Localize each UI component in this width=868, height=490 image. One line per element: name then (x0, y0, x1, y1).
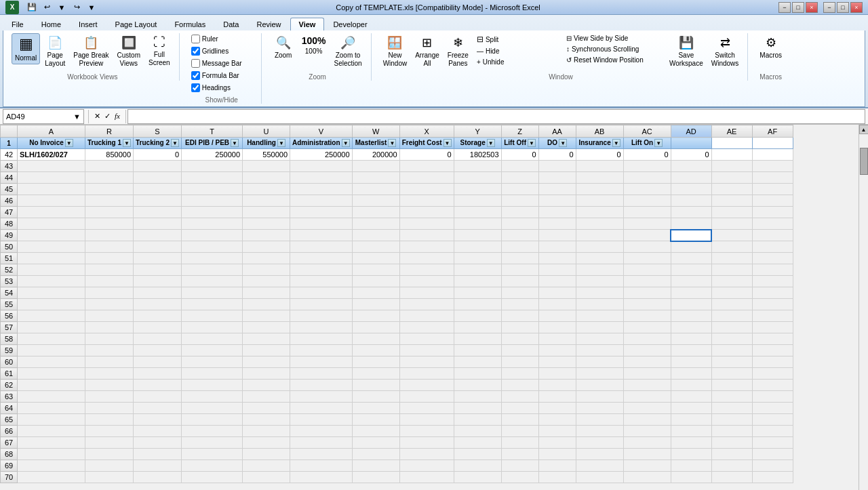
tab-review[interactable]: Review (248, 18, 290, 30)
cell-AD1[interactable] (671, 138, 711, 149)
col-header-T[interactable]: T (182, 125, 243, 138)
headings-checkbox-row[interactable]: Headings (188, 82, 256, 94)
cell-Y1[interactable]: Storage▼ (454, 138, 501, 149)
tab-insert[interactable]: Insert (70, 18, 106, 30)
cell-AB1[interactable]: Insurance▼ (576, 138, 623, 149)
cell-AE42[interactable] (711, 149, 752, 161)
row-header-1[interactable]: 1 (1, 138, 18, 149)
page-layout-btn[interactable]: 📄 PageLayout (41, 33, 68, 70)
insert-function-icon[interactable]: fx (113, 112, 121, 121)
col-header-S[interactable]: S (134, 125, 182, 138)
tab-home[interactable]: Home (33, 18, 70, 30)
toolbar-more[interactable]: ▼ (85, 1, 98, 14)
split-btn[interactable]: ⊟ Split (473, 33, 561, 45)
save-quick-btn[interactable]: 💾 (26, 1, 38, 14)
col-header-AB[interactable]: AB (576, 125, 623, 138)
undo-dropdown[interactable]: ▼ (56, 1, 68, 14)
gridlines-checkbox[interactable] (191, 47, 200, 56)
col-header-V[interactable]: V (290, 125, 353, 138)
redo-btn[interactable]: ↪ (71, 1, 83, 14)
cell-U1[interactable]: Handling▼ (243, 138, 290, 149)
message-bar-checkbox-row[interactable]: Message Bar (188, 58, 256, 69)
col-header-X[interactable]: X (399, 125, 454, 138)
tab-developer[interactable]: Developer (324, 18, 376, 30)
cell-Y42[interactable]: 1802503 (454, 149, 501, 161)
formula-input[interactable] (127, 109, 865, 124)
cell-T42[interactable]: 250000 (182, 149, 243, 161)
freeze-panes-btn[interactable]: ❄ FreezePanes (444, 33, 472, 70)
col-header-A[interactable]: A (18, 125, 85, 138)
cell-S42[interactable]: 0 (134, 149, 182, 161)
col-header-U[interactable]: U (243, 125, 290, 138)
cell-W42[interactable]: 200000 (352, 149, 399, 161)
vertical-scrollbar[interactable]: ▲ ▼ (859, 125, 868, 490)
cell-U42[interactable]: 550000 (243, 149, 290, 161)
tab-formulas[interactable]: Formulas (165, 18, 214, 30)
filter-X1[interactable]: ▼ (443, 139, 452, 147)
tab-file[interactable]: File (3, 18, 33, 30)
cell-AF1[interactable] (752, 138, 793, 149)
switch-windows-btn[interactable]: ⇄ SwitchWindows (708, 33, 743, 70)
dropdown-arrow[interactable]: ▼ (73, 113, 81, 121)
filter-U1[interactable]: ▼ (277, 139, 285, 147)
cell-V1[interactable]: Administration▼ (290, 138, 353, 149)
cell-AA1[interactable]: DO▼ (538, 138, 576, 149)
undo-btn[interactable]: ↩ (41, 1, 53, 14)
filter-AC1[interactable]: ▼ (654, 139, 663, 147)
zoom-btn[interactable]: 🔍 Zoom (270, 33, 297, 62)
cell-A1[interactable]: No Invoice▼ (18, 138, 85, 149)
new-window-btn[interactable]: 🪟 NewWindow (380, 33, 411, 70)
cell-AC1[interactable]: Lift On▼ (623, 138, 671, 149)
col-header-AF[interactable]: AF (752, 125, 793, 138)
selected-cell-AD49[interactable] (671, 230, 711, 241)
zoom-selection-btn[interactable]: 🔎 Zoom toSelection (330, 33, 365, 70)
reset-position-btn[interactable]: ↺ Reset Window Position (563, 55, 665, 65)
scroll-thumb-vertical[interactable] (860, 148, 868, 175)
hide-btn[interactable]: — Hide (473, 46, 561, 56)
col-header-AA[interactable]: AA (538, 125, 576, 138)
col-header-Z[interactable]: Z (501, 125, 538, 138)
filter-A1[interactable]: ▼ (65, 139, 73, 147)
name-box[interactable]: AD49 ▼ (3, 109, 84, 124)
cell-AB42[interactable]: 0 (576, 149, 623, 161)
confirm-formula-icon[interactable]: ✓ (103, 112, 112, 121)
cell-X42[interactable]: 0 (399, 149, 454, 161)
minimize-btn[interactable]: − (778, 2, 791, 13)
sync-scrolling-btn[interactable]: ↕ Synchronous Scrolling (563, 44, 665, 54)
message-bar-checkbox[interactable] (191, 59, 200, 68)
cell-Z42[interactable]: 0 (501, 149, 538, 161)
filter-Z1[interactable]: ▼ (528, 139, 536, 147)
cell-R42[interactable]: 850000 (85, 149, 134, 161)
col-header-AD[interactable]: AD (671, 125, 711, 138)
col-header-AE[interactable]: AE (711, 125, 752, 138)
col-header-AC[interactable]: AC (623, 125, 671, 138)
cell-A43[interactable] (18, 161, 85, 172)
col-header-W[interactable]: W (352, 125, 399, 138)
cell-AD42[interactable]: 0 (671, 149, 711, 161)
unhide-btn[interactable]: + Unhide (473, 57, 561, 67)
cell-W1[interactable]: Masterlist▼ (352, 138, 399, 149)
arrange-all-btn[interactable]: ⊞ ArrangeAll (412, 33, 443, 70)
cell-S1[interactable]: Trucking 2▼ (134, 138, 182, 149)
scroll-up-btn[interactable]: ▲ (859, 125, 869, 134)
custom-views-btn[interactable]: 🔲 CustomViews (114, 33, 144, 70)
scroll-track-vertical[interactable] (859, 134, 869, 490)
cell-T1[interactable]: EDI PIB / PEB▼ (182, 138, 243, 149)
cell-AA42[interactable]: 0 (538, 149, 576, 161)
zoom100-btn[interactable]: 100% 100% (298, 33, 330, 58)
normal-view-btn[interactable]: ▦ Normal (12, 33, 40, 64)
ribbon-close-btn[interactable]: × (850, 2, 863, 13)
save-workspace-btn[interactable]: 💾 SaveWorkspace (666, 33, 707, 70)
cancel-formula-icon[interactable]: ✕ (93, 112, 102, 121)
filter-R1[interactable]: ▼ (123, 139, 131, 147)
macros-btn[interactable]: ⚙ Macros (756, 33, 785, 62)
cell-X1[interactable]: Freight Cost▼ (399, 138, 454, 149)
filter-Y1[interactable]: ▼ (487, 139, 495, 147)
restore-btn[interactable]: □ (792, 2, 804, 13)
cell-AC42[interactable]: 0 (623, 149, 671, 161)
cell-R1[interactable]: Trucking 1▼ (85, 138, 134, 149)
filter-W1[interactable]: ▼ (388, 139, 396, 147)
col-header-R[interactable]: R (85, 125, 134, 138)
tab-view[interactable]: View (290, 18, 325, 30)
spreadsheet-table[interactable]: A R S T U V W X Y Z AA AB AC AD (0, 125, 859, 490)
